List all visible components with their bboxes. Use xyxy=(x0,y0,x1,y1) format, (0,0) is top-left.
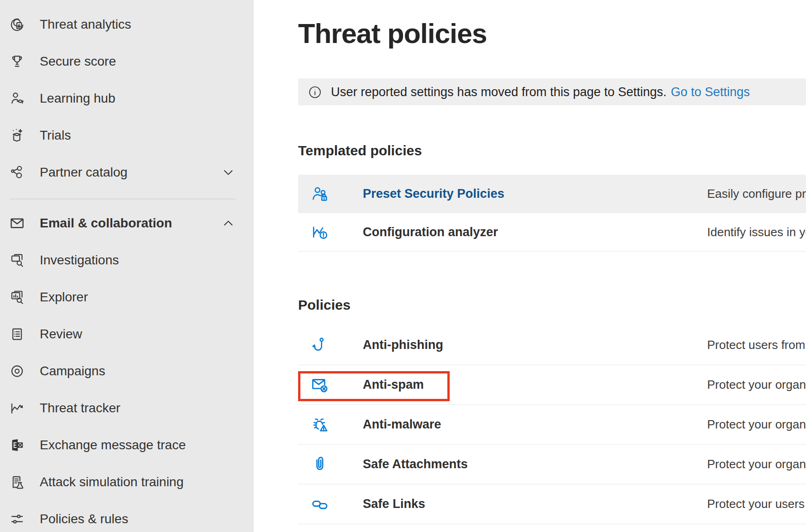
configuration-analyzer-icon xyxy=(311,223,329,241)
sidebar-item-investigations[interactable]: Investigations xyxy=(0,242,254,279)
row-description: Protect users from p xyxy=(707,338,806,352)
threat-policies-page: { "sidebar": { "items": [ { "label": "Th… xyxy=(0,0,806,532)
secure-score-icon xyxy=(9,54,25,69)
sidebar-item-campaigns[interactable]: Campaigns xyxy=(0,353,254,390)
campaigns-icon xyxy=(9,363,25,379)
main-content: Threat policies User reported settings h… xyxy=(254,0,806,532)
sidebar-item-label: Campaigns xyxy=(40,364,105,379)
row-label: Anti-malware xyxy=(363,417,441,432)
policies-list: Anti-phishing Protect users from p Anti-… xyxy=(298,325,806,524)
sidebar-item-review[interactable]: Review xyxy=(0,316,254,353)
sidebar-item-label: Exchange message trace xyxy=(40,438,186,453)
sidebar-item-secure-score[interactable]: Secure score xyxy=(0,43,254,80)
email-icon xyxy=(9,215,25,231)
sidebar-item-policies-rules[interactable]: Policies & rules xyxy=(0,501,254,532)
safe-links-icon xyxy=(311,495,329,514)
policies-heading: Policies xyxy=(298,296,806,314)
sidebar-item-partner-catalog[interactable]: Partner catalog xyxy=(0,154,254,191)
row-label: Safe Links xyxy=(363,497,425,511)
sidebar-item-explorer[interactable]: Explorer xyxy=(0,279,254,316)
row-safe-attachments[interactable]: Safe Attachments Protect your organiz xyxy=(298,445,806,484)
row-label: Preset Security Policies xyxy=(363,187,504,201)
row-configuration-analyzer[interactable]: Configuration analyzer Identify issues i… xyxy=(298,213,806,251)
threat-tracker-icon xyxy=(9,400,25,416)
row-label: Safe Attachments xyxy=(363,457,468,471)
row-description: Protect your organiz xyxy=(707,378,806,392)
policies-rules-icon xyxy=(9,511,25,527)
chevron-down-icon[interactable] xyxy=(221,165,235,179)
anti-malware-icon xyxy=(311,416,329,434)
explorer-icon xyxy=(9,289,25,305)
chevron-up-icon[interactable] xyxy=(221,216,235,230)
sidebar-item-label: Investigations xyxy=(40,253,119,268)
attack-simulation-training-icon xyxy=(9,474,25,490)
sidebar-section-email-collaboration[interactable]: Email & collaboration xyxy=(0,205,254,242)
row-safe-links[interactable]: Safe Links Protect your users fr xyxy=(298,484,806,524)
sidebar-item-label: Explorer xyxy=(40,290,88,305)
sidebar-item-label: Learning hub xyxy=(40,91,115,106)
row-label: Anti-spam xyxy=(363,378,424,392)
sidebar-item-label: Trials xyxy=(40,128,71,143)
sidebar-item-label: Threat analytics xyxy=(40,17,131,32)
partner-catalog-icon xyxy=(9,165,25,180)
sidebar-divider xyxy=(10,199,236,199)
row-anti-spam[interactable]: Anti-spam Protect your organiz xyxy=(298,365,806,405)
preset-security-policies-icon xyxy=(311,185,329,203)
row-preset-security-policies[interactable]: Preset Security Policies Easily configur… xyxy=(298,175,806,213)
banner-text: User reported settings has moved from th… xyxy=(331,85,666,99)
sidebar-item-exchange-message-trace[interactable]: Exchange message trace xyxy=(0,427,254,464)
row-anti-malware[interactable]: Anti-malware Protect your organiz xyxy=(298,405,806,445)
sidebar: Threat analytics Secure score Learning h… xyxy=(0,0,254,532)
sidebar-section-label: Email & collaboration xyxy=(40,216,172,231)
row-label: Configuration analyzer xyxy=(363,225,498,239)
page-title: Threat policies xyxy=(298,0,806,50)
sidebar-item-label: Review xyxy=(40,327,82,342)
threat-analytics-icon xyxy=(9,17,25,32)
sidebar-item-trials[interactable]: Trials xyxy=(0,117,254,154)
go-to-settings-link[interactable]: Go to Settings xyxy=(671,85,750,99)
sidebar-item-attack-simulation-training[interactable]: Attack simulation training xyxy=(0,464,254,501)
row-description: Protect your organiz xyxy=(707,417,806,432)
row-description: Identify issues in you xyxy=(707,225,806,239)
learning-hub-icon xyxy=(9,91,25,106)
anti-spam-icon xyxy=(311,376,329,394)
anti-phishing-icon xyxy=(311,336,329,355)
sidebar-item-learning-hub[interactable]: Learning hub xyxy=(0,80,254,117)
info-icon xyxy=(308,85,322,99)
sidebar-item-label: Attack simulation training xyxy=(40,475,183,489)
row-label: Anti-phishing xyxy=(363,338,443,352)
templated-policies-heading: Templated policies xyxy=(298,141,806,160)
row-description: Protect your users fr xyxy=(707,497,806,511)
safe-attachments-icon xyxy=(311,455,329,474)
sidebar-item-label: Policies & rules xyxy=(40,512,128,526)
sidebar-item-label: Partner catalog xyxy=(40,165,128,180)
row-description: Protect your organiz xyxy=(707,457,806,471)
trials-icon xyxy=(9,128,25,143)
sidebar-item-threat-analytics[interactable]: Threat analytics xyxy=(0,6,254,43)
sidebar-item-label: Secure score xyxy=(40,54,116,69)
templated-policies-list: Preset Security Policies Easily configur… xyxy=(298,175,806,251)
row-description: Easily configure prot xyxy=(707,187,806,201)
info-banner: User reported settings has moved from th… xyxy=(298,79,806,105)
review-icon xyxy=(9,326,25,342)
row-anti-phishing[interactable]: Anti-phishing Protect users from p xyxy=(298,325,806,365)
sidebar-item-threat-tracker[interactable]: Threat tracker xyxy=(0,390,254,427)
exchange-message-trace-icon xyxy=(9,437,25,453)
sidebar-item-label: Threat tracker xyxy=(40,401,120,416)
investigations-icon xyxy=(9,252,25,268)
